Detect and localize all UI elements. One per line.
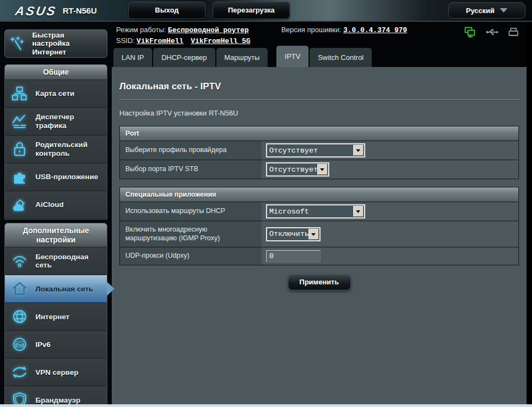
select-value: Отключить: [267, 230, 309, 238]
model-name: RT-N56U: [63, 6, 97, 15]
sidebar-item-usb-application[interactable]: USB-приложение: [5, 163, 107, 191]
apply-button[interactable]: Применить: [288, 274, 351, 290]
sidebar-item-label: Диспетчер трафика: [35, 113, 104, 130]
row-label: Выберите профиль провайдера: [120, 141, 262, 160]
sidebar-item-lan[interactable]: Локальная сеть: [5, 275, 107, 303]
tab-bar: LAN IP DHCP-сервер Маршруты IPTV Switch …: [112, 46, 527, 67]
sidebar-item-traffic-manager[interactable]: Диспетчер трафика: [5, 108, 107, 136]
dhcp-routes-select[interactable]: Microsoft: [266, 204, 365, 218]
port-section: Port Выберите профиль провайдера Отсутст…: [119, 126, 519, 179]
operation-mode-link[interactable]: Беспроводной роутер: [168, 26, 249, 34]
provider-profile-select[interactable]: Отсутствует: [266, 143, 365, 157]
sidebar-group-general: Общие Карта сети: [4, 64, 107, 220]
wifi-icon: [10, 253, 29, 269]
magic-wand-icon: [8, 35, 27, 52]
puzzle-icon: [10, 169, 29, 185]
ssid-5g-link[interactable]: VikFromHell_5G: [191, 37, 250, 45]
network-map-icon: [10, 86, 29, 101]
tab-lan-ip[interactable]: LAN IP: [113, 48, 152, 67]
usb-icon[interactable]: [486, 28, 499, 39]
tab-switch-control[interactable]: Switch Control: [310, 48, 372, 67]
operation-mode-label: Режим работы:: [116, 26, 166, 34]
group-header-advanced: Дополнительные настройки: [5, 223, 107, 248]
sidebar-item-label: IPv6: [35, 341, 54, 349]
sidebar-item-wireless[interactable]: Беспроводная сеть: [5, 247, 107, 275]
table-row: Выберите профиль провайдера Отсутствует: [120, 141, 518, 160]
reboot-button[interactable]: Перезагрузка: [213, 2, 290, 19]
ssid-label: SSID:: [116, 37, 135, 45]
firmware-label: Версия прошивки:: [281, 26, 341, 34]
sidebar-item-ipv6[interactable]: IPv6 IPv6: [5, 331, 107, 359]
title-divider: [119, 99, 519, 100]
table-row: UDP-прокси (Udpxy): [120, 247, 518, 265]
dropdown-arrow-icon[interactable]: [317, 164, 328, 175]
home-icon: [10, 281, 29, 297]
ipv6-globe-icon: IPv6: [10, 336, 29, 353]
asus-logo: ASUS: [14, 4, 58, 19]
sidebar-item-label: Родительский контроль: [35, 141, 104, 157]
port-section-header: Port: [120, 126, 518, 141]
dropdown-arrow-icon[interactable]: [309, 229, 319, 240]
right-edge-strip: [527, 22, 532, 404]
table-row: Использовать маршруты DHCP Microsoft: [120, 202, 518, 221]
language-label: Русский: [466, 7, 495, 15]
row-label: Использовать маршруты DHCP: [120, 202, 262, 221]
ssid-2g-link[interactable]: VikFromHell: [137, 37, 184, 45]
select-value: Microsoft: [267, 208, 353, 216]
sidebar-item-aicloud[interactable]: AiCloud: [5, 191, 107, 219]
quick-setup-button[interactable]: Быстрая настройка Интернет: [4, 29, 107, 58]
select-value: Отсутствует: [267, 147, 353, 155]
tab-routes[interactable]: Маршруты: [216, 48, 268, 67]
content-area: Режим работы: Беспроводной роутер Версия…: [112, 22, 527, 404]
sidebar-item-network-map[interactable]: Карта сети: [5, 80, 107, 108]
row-label: UDP-прокси (Udpxy): [120, 247, 262, 265]
tab-dhcp-server[interactable]: DHCP-сервер: [153, 48, 215, 67]
sidebar-item-internet[interactable]: Интернет: [5, 303, 107, 331]
select-value: Отсутствует: [267, 166, 317, 174]
sidebar-item-label: Интернет: [35, 313, 72, 321]
sidebar-item-label: AiCloud: [35, 201, 67, 209]
sidebar-item-label: Брандмауэр: [35, 396, 84, 405]
iptv-stb-port-select[interactable]: Отсутствует: [266, 162, 329, 177]
vpn-arrows-icon: [10, 365, 29, 380]
main-panel: Локальная сеть - IPTV Настройка IPTV уст…: [112, 67, 527, 404]
sidebar-item-label: VPN сервер: [35, 368, 82, 377]
udp-proxy-input[interactable]: [266, 250, 321, 262]
sidebar: Быстрая настройка Интернет Общие: [0, 22, 112, 404]
traffic-chart-icon: [10, 114, 29, 129]
firmware-version-link[interactable]: 3.0.0.4.374_979: [343, 26, 407, 34]
group-header-general: Общие: [5, 65, 107, 80]
table-row: Выбор порта IPTV STB Отсутствует: [120, 160, 518, 179]
igmp-proxy-select[interactable]: Отключить: [266, 227, 321, 241]
special-apps-header: Специальные приложения: [120, 187, 518, 202]
row-label: Выбор порта IPTV STB: [120, 160, 262, 179]
sidebar-item-label: USB-приложение: [35, 173, 101, 181]
router-admin-page: ASUS RT-N56U Выход Перезагрузка Русский: [0, 0, 532, 407]
globe-icon: [10, 308, 29, 325]
tab-iptv[interactable]: IPTV: [276, 46, 309, 67]
bottom-edge-strip: [0, 404, 532, 407]
top-banner: ASUS RT-N56U Выход Перезагрузка Русский: [0, 0, 532, 22]
sidebar-item-label: Беспроводная сеть: [35, 253, 104, 270]
cloud-home-icon: [10, 197, 29, 212]
sidebar-group-advanced: Дополнительные настройки Беспроводная се…: [4, 223, 107, 407]
info-bar: Режим работы: Беспроводной роутер Версия…: [112, 22, 527, 46]
table-row: Включить многоадресную маршрутизацию (IG…: [120, 221, 518, 247]
chevron-down-icon: [500, 8, 507, 13]
sidebar-item-label: Карта сети: [35, 89, 78, 98]
sidebar-item-parental-control[interactable]: Родительский контроль: [5, 136, 107, 163]
row-label: Включить многоадресную маршрутизацию (IG…: [120, 221, 262, 247]
page-subtitle: Настройка IPTV установки RT-N56U: [119, 109, 519, 117]
language-selector[interactable]: Русский: [448, 2, 525, 19]
logout-button[interactable]: Выход: [128, 2, 205, 19]
printer-icon[interactable]: [508, 27, 519, 39]
active-item-arrow: [107, 282, 114, 296]
dropdown-arrow-icon[interactable]: [353, 206, 364, 217]
special-apps-section: Специальные приложения Использовать марш…: [119, 187, 519, 265]
clients-icon[interactable]: [464, 27, 476, 40]
quick-setup-label: Быстрая настройка Интернет: [32, 31, 104, 57]
dropdown-arrow-icon[interactable]: [353, 145, 364, 156]
page-title: Локальная сеть - IPTV: [119, 81, 519, 92]
lock-icon: [10, 141, 29, 157]
sidebar-item-vpn-server[interactable]: VPN сервер: [5, 359, 107, 386]
